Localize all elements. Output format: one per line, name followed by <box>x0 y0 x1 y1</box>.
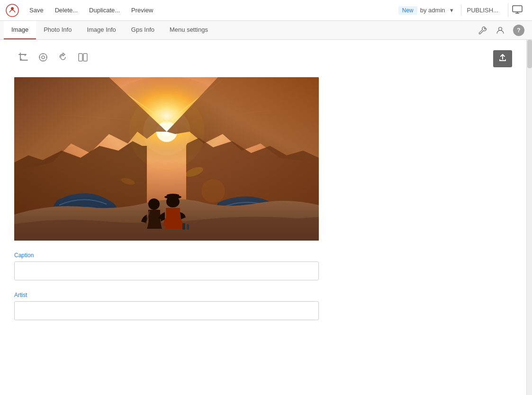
status-dropdown-arrow[interactable]: ▾ <box>448 5 455 16</box>
artist-field-group: Artist <box>14 292 512 320</box>
image-preview <box>14 77 319 241</box>
duplicate-button[interactable]: Duplicate... <box>84 5 125 16</box>
scrollbar-thumb[interactable] <box>527 40 532 68</box>
main-content: Caption Artist <box>0 40 532 395</box>
scrollbar-track[interactable] <box>526 40 532 395</box>
svg-rect-21 <box>182 223 185 230</box>
delete-button[interactable]: Delete... <box>50 5 82 16</box>
tab-image[interactable]: Image <box>4 21 36 39</box>
user-icon[interactable] <box>491 21 509 39</box>
image-toolbar <box>14 49 512 68</box>
svg-rect-2 <box>513 6 522 12</box>
save-button[interactable]: Save <box>25 5 48 16</box>
artist-label: Artist <box>14 292 512 298</box>
status-badge: New <box>398 6 417 15</box>
svg-point-27 <box>201 179 225 203</box>
svg-point-1 <box>11 7 14 10</box>
upload-button[interactable] <box>493 50 512 67</box>
svg-point-24 <box>129 94 205 170</box>
svg-point-4 <box>39 54 47 61</box>
help-button[interactable]: ? <box>513 25 524 36</box>
editor-panel: Caption Artist <box>0 40 526 395</box>
crop-tool-button[interactable] <box>14 49 32 68</box>
focus-tool-button[interactable] <box>34 49 52 68</box>
svg-rect-6 <box>79 54 82 61</box>
app-logo[interactable] <box>6 4 19 17</box>
wrench-icon[interactable] <box>473 21 491 39</box>
caption-input[interactable] <box>14 261 319 280</box>
status-by: by admin <box>420 7 445 14</box>
svg-point-0 <box>6 4 18 17</box>
tab-bar: Image Photo Info Image Info Gps Info Men… <box>0 21 532 40</box>
svg-point-5 <box>42 56 45 59</box>
svg-rect-22 <box>187 224 189 230</box>
svg-point-18 <box>148 198 160 210</box>
caption-field-group: Caption <box>14 252 512 280</box>
rotate-tool-button[interactable] <box>54 49 72 68</box>
status-area: New by admin ▾ <box>398 5 455 16</box>
tab-gps-info[interactable]: Gps Info <box>124 21 162 39</box>
caption-label: Caption <box>14 252 512 259</box>
tab-image-info[interactable]: Image Info <box>79 21 123 39</box>
tab-photo-info[interactable]: Photo Info <box>36 21 79 39</box>
top-toolbar: Save Delete... Duplicate... Preview New … <box>0 0 532 21</box>
monitor-icon[interactable] <box>508 3 526 17</box>
image-preview-wrap <box>14 77 319 241</box>
svg-rect-7 <box>83 54 87 61</box>
publish-button[interactable]: PUBLISH... <box>461 5 504 16</box>
tab-menu-settings[interactable]: Menu settings <box>162 21 216 39</box>
compare-tool-button[interactable] <box>74 49 92 68</box>
artist-input[interactable] <box>14 301 319 320</box>
preview-button[interactable]: Preview <box>126 5 158 16</box>
